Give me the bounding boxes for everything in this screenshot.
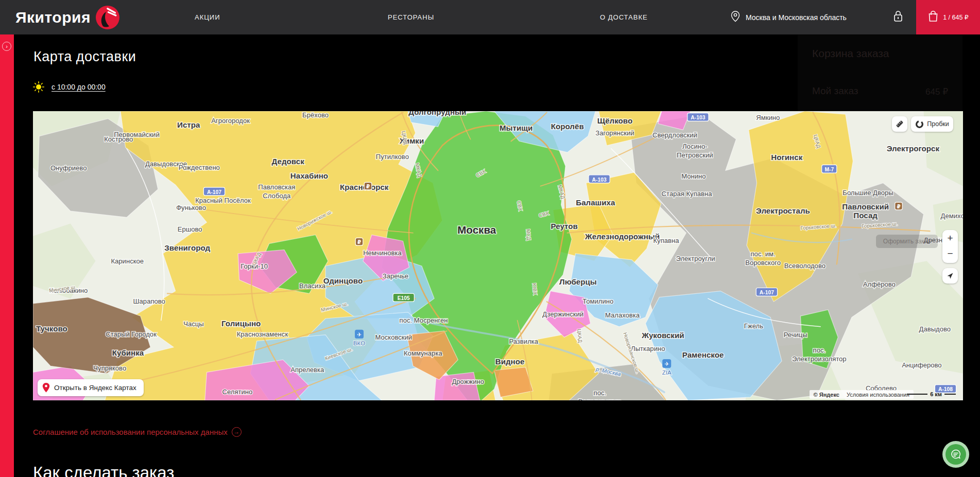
svg-text:Заречье: Заречье: [383, 272, 408, 280]
checkout-button-fading: Оформить заказ: [876, 235, 938, 248]
svg-text:Королёв: Королёв: [551, 122, 584, 131]
svg-text:Брёхово: Брёхово: [302, 111, 329, 119]
svg-text:Жуковский: Жуковский: [641, 331, 684, 340]
svg-text:А-103: А-103: [691, 115, 705, 120]
personal-data-agreement-link[interactable]: Соглашение об использовании персональных…: [33, 427, 242, 437]
delivery-map[interactable]: МоскваДолгопрудныйМытищиКоролёвЩёлковоХи…: [33, 111, 963, 400]
svg-text:Ершово: Ершово: [178, 225, 202, 233]
svg-text:Электрогорск: Электрогорск: [887, 144, 940, 153]
ruler-tool-button[interactable]: [892, 116, 907, 132]
svg-text:Кострово: Кострово: [104, 135, 133, 143]
svg-text:ZIA: ZIA: [662, 369, 672, 376]
delivery-menu-sidebar[interactable]: › МЕНЮ ДОСТАВКИ: [0, 34, 14, 477]
svg-text:Демихово: Демихово: [941, 212, 963, 220]
arrow-right-circle-icon: →: [232, 427, 242, 437]
svg-text:₽: ₽: [366, 184, 370, 189]
svg-text:ЦКАД: ЦКАД: [576, 329, 583, 343]
zoom-in-button[interactable]: +: [942, 230, 958, 246]
svg-text:Краснознаменск: Краснознаменск: [237, 330, 288, 338]
top-navbar: Якитория АКЦИИ РЕСТОРАНЫ О ДОСТАВКЕ Моск…: [0, 0, 980, 34]
svg-text:М-7: М-7: [824, 167, 834, 172]
nav-item-promos[interactable]: АКЦИИ: [195, 0, 220, 34]
shopping-bag-icon: [927, 10, 939, 25]
traffic-toggle-button[interactable]: Пробки: [911, 116, 953, 132]
red-map-pin-icon: [42, 382, 50, 393]
svg-text:А-107: А-107: [207, 189, 221, 195]
logo-icon: [96, 6, 119, 29]
svg-text:Дзержинский: Дзержинский: [542, 310, 583, 318]
svg-text:Электросталь: Электросталь: [756, 206, 810, 215]
zoom-control: + −: [942, 230, 958, 263]
svg-text:Ямкино: Ямкино: [756, 114, 780, 121]
location-pin-icon: [730, 10, 741, 24]
zoom-out-button[interactable]: −: [942, 245, 958, 262]
svg-text:МСД: МСД: [525, 229, 532, 241]
svg-text:Электроизолятор: Электроизолятор: [792, 355, 847, 363]
svg-text:Посад: Посад: [853, 211, 878, 220]
lock-button[interactable]: [887, 0, 909, 34]
svg-text:Чупряково: Чупряково: [93, 364, 126, 372]
delivery-hours-link[interactable]: с 10:00 до 00:00: [51, 83, 106, 91]
chat-widget-button[interactable]: [942, 441, 969, 468]
svg-text:Е105: Е105: [398, 295, 410, 301]
map-scale: 6 км: [907, 391, 956, 397]
svg-text:₽: ₽: [897, 204, 900, 209]
svg-text:ЮВХ: ЮВХ: [531, 283, 538, 295]
geolocation-button[interactable]: [942, 268, 958, 284]
open-in-yandex-maps-button[interactable]: Открыть в Яндекс Картах: [38, 379, 144, 396]
city-name: Москва и Московская область: [746, 13, 847, 22]
svg-text:Свердловский: Свердловский: [652, 131, 697, 139]
svg-text:пос.: пос.: [594, 389, 607, 397]
svg-text:Немчиновка: Немчиновка: [363, 249, 402, 257]
sidebar-menu-label: МЕНЮ ДОСТАВКИ: [0, 262, 42, 329]
cart-overlay-title: Корзина заказа: [812, 47, 889, 60]
map-terms-link[interactable]: Условия использования: [847, 392, 909, 398]
cart-button[interactable]: 1 / 645 ₽: [916, 0, 980, 34]
svg-text:Видное: Видное: [495, 357, 525, 366]
sun-icon: [33, 81, 44, 93]
svg-text:Агрогородок: Агрогородок: [211, 117, 250, 125]
svg-text:Часцы: Часцы: [183, 320, 203, 328]
svg-text:Онуфриево: Онуфриево: [50, 164, 87, 172]
svg-text:А-107: А-107: [760, 290, 774, 295]
svg-text:Развилка: Развилка: [509, 338, 538, 345]
traffic-label: Пробки: [927, 120, 949, 128]
map-copyright[interactable]: © Яндекс: [814, 392, 839, 398]
svg-text:Москва: Москва: [457, 224, 496, 236]
svg-text:✈: ✈: [357, 331, 362, 338]
page-title: Карта доставки: [33, 49, 136, 65]
svg-text:Кубинка: Кубинка: [112, 348, 144, 357]
svg-text:Железнодорожный: Железнодорожный: [584, 232, 660, 241]
cart-count-price: 1 / 645 ₽: [943, 13, 969, 21]
logo[interactable]: Якитория: [15, 0, 119, 34]
svg-text:Истра: Истра: [177, 120, 200, 129]
svg-text:Томилино: Томилино: [582, 297, 613, 305]
scale-line-left: [907, 394, 927, 395]
scale-value: 6 км: [930, 391, 942, 397]
svg-text:Павловский: Павловский: [842, 202, 889, 211]
open-in-maps-label: Открыть в Яндекс Картах: [54, 384, 136, 392]
svg-text:Лосино-: Лосино-: [682, 143, 708, 150]
svg-text:Старая Купавна: Старая Купавна: [662, 190, 713, 198]
nav-item-restaurants[interactable]: РЕСТОРАНЫ: [388, 0, 434, 34]
city-selector[interactable]: Москва и Московская область: [730, 0, 847, 34]
svg-text:Люберцы: Люберцы: [559, 277, 597, 286]
svg-text:Одинцово: Одинцово: [323, 276, 363, 285]
cart-overlay-total: 645 ₽: [925, 86, 948, 97]
chevron-right-icon[interactable]: ›: [2, 42, 11, 51]
svg-text:Путилково: Путилково: [376, 153, 409, 161]
lock-icon: [892, 10, 904, 25]
logo-text: Якитория: [15, 9, 91, 26]
svg-text:Гжель: Гжель: [744, 322, 763, 330]
svg-text:Воровского: Воровского: [745, 259, 781, 267]
svg-text:Загорянский: Загорянский: [595, 129, 634, 137]
map-attribution: © Яндекс Условия использования: [810, 390, 914, 399]
cart-overlay-my-order: Мой заказ: [812, 85, 858, 97]
svg-text:Власиха: Власиха: [299, 282, 326, 290]
svg-text:Каринское: Каринское: [111, 257, 144, 265]
traffic-ring-icon: [915, 120, 924, 129]
nav-item-delivery[interactable]: О ДОСТАВКЕ: [600, 0, 648, 34]
svg-text:пос. Мосренген: пос. Мосренген: [400, 316, 448, 324]
svg-text:Слобода: Слобода: [263, 192, 291, 200]
map-canvas[interactable]: МоскваДолгопрудныйМытищиКоролёвЩёлковоХи…: [33, 111, 963, 400]
